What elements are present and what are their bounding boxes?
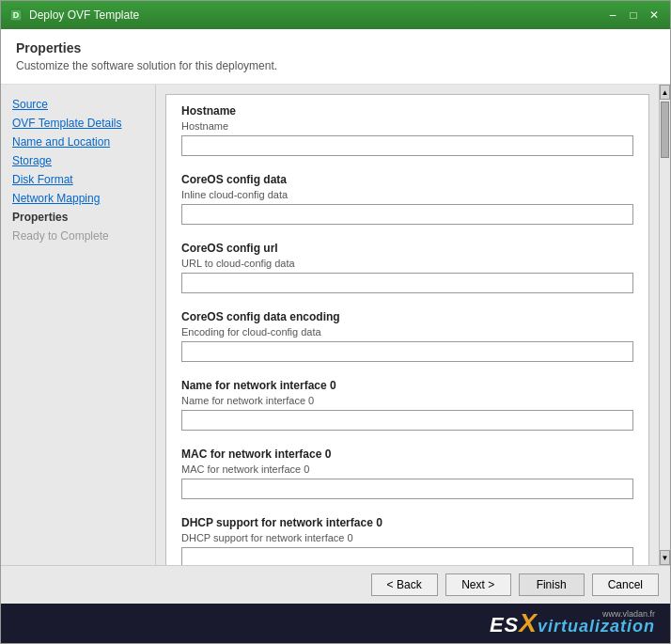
logo-es: ES xyxy=(490,613,519,636)
coreos-encoding-label: CoreOS config data encoding xyxy=(181,310,633,323)
scroll-down-button[interactable]: ▼ xyxy=(660,550,670,565)
maximize-button[interactable]: □ xyxy=(625,7,642,24)
sidebar-item-ovf-template-details[interactable]: OVF Template Details xyxy=(8,115,148,132)
coreos-config-data-sublabel: Inline cloud-config data xyxy=(181,189,633,200)
close-button[interactable]: ✕ xyxy=(646,7,663,24)
next-button[interactable]: Next > xyxy=(445,573,511,596)
coreos-config-data-label: CoreOS config data xyxy=(181,173,633,186)
form-group-coreos-encoding: CoreOS config data encoding Encoding for… xyxy=(181,310,633,362)
mac-network-interface-label: MAC for network interface 0 xyxy=(181,448,633,461)
form-group-mac-network-interface: MAC for network interface 0 MAC for netw… xyxy=(181,448,633,499)
main-window: D Deploy OVF Template – □ ✕ Properties C… xyxy=(0,0,671,644)
form-container: Hostname Hostname CoreOS config data Inl… xyxy=(165,94,649,565)
logo-virtualization: virtualization xyxy=(538,617,655,636)
header-title: Properties xyxy=(16,40,655,55)
coreos-config-url-input[interactable] xyxy=(181,273,633,293)
form-group-coreos-config-data: CoreOS config data Inline cloud-config d… xyxy=(181,173,633,225)
name-network-interface-sublabel: Name for network interface 0 xyxy=(181,395,633,406)
name-network-interface-input[interactable] xyxy=(181,410,633,431)
sidebar-item-name-and-location[interactable]: Name and Location xyxy=(8,134,148,150)
coreos-encoding-sublabel: Encoding for cloud-config data xyxy=(181,326,633,338)
header-section: Properties Customize the software soluti… xyxy=(1,29,670,85)
dhcp-network-interface-label: DHCP support for network interface 0 xyxy=(181,516,633,529)
scrollbar[interactable]: ▲ ▼ xyxy=(659,85,670,565)
hostname-sublabel: Hostname xyxy=(181,120,633,132)
cancel-button[interactable]: Cancel xyxy=(592,573,659,596)
watermark-text: www.vladan.fr xyxy=(602,609,655,619)
coreos-encoding-input[interactable] xyxy=(181,341,633,362)
mac-network-interface-sublabel: MAC for network interface 0 xyxy=(181,463,633,475)
main-panel: Hostname Hostname CoreOS config data Inl… xyxy=(156,85,670,565)
sidebar-item-source[interactable]: Source xyxy=(8,96,148,113)
content-area: Source OVF Template Details Name and Loc… xyxy=(1,85,670,565)
finish-button[interactable]: Finish xyxy=(519,573,585,596)
scroll-wrapper: Hostname Hostname CoreOS config data Inl… xyxy=(156,85,670,565)
window-title: Deploy OVF Template xyxy=(29,8,604,22)
form-group-name-network-interface: Name for network interface 0 Name for ne… xyxy=(181,379,633,431)
coreos-config-url-label: CoreOS config url xyxy=(181,242,633,255)
dhcp-network-interface-input[interactable] xyxy=(181,547,633,565)
coreos-config-data-input[interactable] xyxy=(181,204,633,225)
sidebar-item-properties: Properties xyxy=(8,209,148,226)
title-bar: D Deploy OVF Template – □ ✕ xyxy=(1,1,670,29)
scrollbar-thumb[interactable] xyxy=(661,102,669,158)
form-group-dhcp-network-interface: DHCP support for network interface 0 DHC… xyxy=(181,516,633,565)
name-network-interface-label: Name for network interface 0 xyxy=(181,379,633,392)
sidebar-item-ready-to-complete: Ready to Complete xyxy=(8,228,148,244)
scroll-up-button[interactable]: ▲ xyxy=(660,85,670,100)
sidebar: Source OVF Template Details Name and Loc… xyxy=(1,85,156,565)
scrollbar-thumb-area xyxy=(660,100,670,550)
header-subtitle: Customize the software solution for this… xyxy=(16,59,655,72)
window-icon: D xyxy=(8,8,23,23)
hostname-label: Hostname xyxy=(181,104,633,118)
logo-x: X xyxy=(519,608,538,637)
logo-bar: www.vladan.fr ESXvirtualization xyxy=(1,604,670,643)
hostname-input[interactable] xyxy=(181,135,633,156)
dhcp-network-interface-sublabel: DHCP support for network interface 0 xyxy=(181,532,633,543)
form-scroll-area[interactable]: Hostname Hostname CoreOS config data Inl… xyxy=(156,85,659,565)
form-group-hostname: Hostname Hostname xyxy=(181,104,633,156)
mac-network-interface-input[interactable] xyxy=(181,479,633,499)
svg-text:D: D xyxy=(13,10,20,20)
sidebar-item-storage[interactable]: Storage xyxy=(8,152,148,169)
sidebar-item-network-mapping[interactable]: Network Mapping xyxy=(8,190,148,207)
window-controls: – □ ✕ xyxy=(604,7,663,24)
minimize-button[interactable]: – xyxy=(604,7,621,24)
sidebar-item-disk-format[interactable]: Disk Format xyxy=(8,171,148,188)
back-button[interactable]: < Back xyxy=(371,573,438,596)
form-group-coreos-config-url: CoreOS config url URL to cloud-config da… xyxy=(181,242,633,293)
bottom-bar: < Back Next > Finish Cancel xyxy=(1,565,670,604)
coreos-config-url-sublabel: URL to cloud-config data xyxy=(181,258,633,269)
